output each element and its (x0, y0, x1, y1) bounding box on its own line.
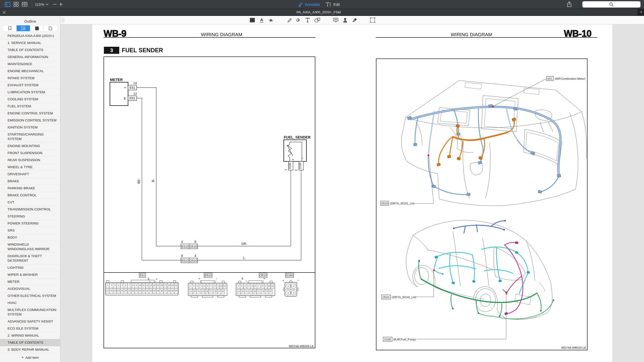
e51-anchor-dot (492, 106, 494, 107)
add-item-button[interactable]: +Add Item (0, 354, 60, 361)
outline-item[interactable]: ENGINE CONTROL SYSTEM (0, 110, 60, 117)
search-input[interactable] (582, 1, 640, 8)
outline-item[interactable]: REAR SUSPENSION (0, 157, 60, 164)
outline-item-label: SRS (8, 228, 15, 233)
signature-tool-button[interactable] (352, 17, 358, 23)
meter-pin1-connector: E51 (129, 86, 135, 89)
outline-item[interactable]: IGNITION SYSTEM (0, 124, 60, 131)
underline-tool-button[interactable]: A (259, 17, 265, 23)
outline-item[interactable]: GENERAL INFORMATION (0, 54, 60, 61)
stamp-tool-button[interactable] (342, 17, 348, 23)
svg-text:15: 15 (157, 284, 159, 286)
outline-item[interactable]: INTAKE SYSTEM (0, 75, 60, 82)
outline-item-label: MULTIPLEX COMMUNICATIONSYSTEM (8, 308, 56, 317)
outline-item[interactable]: 2. WIRING MANUAL (0, 332, 60, 339)
outline-item[interactable]: WIPER & WASHER (0, 271, 60, 278)
plus-icon (59, 3, 63, 6)
callout-e51: E51 (40P,Combination Meter) (494, 76, 585, 106)
sidebar-toggle-button[interactable] (5, 0, 11, 9)
outline-item[interactable]: ENGINE MOUNTING (0, 143, 60, 150)
tab-annotations[interactable]: A (30, 25, 44, 31)
outline-item-label: AUDIOVISUAL (8, 287, 30, 291)
outline-item[interactable]: MULTIPLEX COMMUNICATIONSYSTEM (0, 306, 60, 318)
tab-bookmarks[interactable] (3, 25, 17, 31)
outline-item[interactable]: ENGINE MECHANICAL (0, 68, 60, 75)
meter-label: METER (110, 78, 123, 82)
outline-item[interactable]: ADVANCED SAFETY ASSIST (0, 318, 60, 325)
pencil-tool-button[interactable] (287, 17, 293, 23)
outline-item[interactable]: DRIVESHAFT (0, 171, 60, 178)
select-tool-button[interactable] (370, 17, 376, 23)
outline-item[interactable]: STEERING (0, 213, 60, 220)
outline-item[interactable]: MAINTENANCE (0, 61, 60, 68)
outline-item-label: WINDSHIELDWINDOWGLASS /MIRROR (8, 242, 50, 251)
tab-outline[interactable] (17, 25, 30, 31)
outline-item[interactable]: EMISSION CONTROL SYSTEM (0, 117, 60, 124)
outline-item-label: BRAKE CONTROL (8, 193, 37, 198)
harness-location-figure: E51 (40P,Combination Meter) E510 (20P,To… (376, 58, 588, 350)
outline-item[interactable]: PERODUA AXIA A300 (2023+) (0, 32, 60, 39)
zoom-dropdown[interactable]: 115% (35, 0, 49, 9)
svg-text:6: 6 (255, 285, 256, 287)
outline-item[interactable]: FRONT SUSPENSION (0, 150, 60, 157)
outline-item[interactable]: TABLE OF CONTENTS (0, 339, 60, 346)
outline-item[interactable]: DOORLOCK & THEFTDETERRENT (0, 253, 60, 264)
tab-pages[interactable] (44, 25, 57, 31)
svg-text:28: 28 (132, 290, 134, 292)
outline-item[interactable]: LIGHTING (0, 264, 60, 271)
svg-text:4: 4 (201, 285, 202, 287)
svg-text:8: 8 (214, 285, 216, 287)
outline-item[interactable]: SRS (0, 227, 60, 234)
outline-item[interactable]: CVT (0, 199, 60, 206)
annotate-tab[interactable]: Annotate (298, 0, 320, 9)
outline-item[interactable]: PARKING BRAKE (0, 185, 60, 192)
outline-item[interactable]: WINDSHIELDWINDOWGLASS /MIRROR (0, 241, 60, 253)
outline-item[interactable]: METER (0, 278, 60, 285)
comment-tool-button[interactable] (333, 17, 339, 23)
highlight-tool-button[interactable]: A (249, 17, 255, 23)
eraser-tool-button[interactable] (296, 17, 302, 23)
outline-item[interactable]: BODY (0, 234, 60, 241)
outline-item[interactable]: COOLING SYSTEM (0, 96, 60, 103)
outline-item[interactable]: AUDIOVISUAL (0, 285, 60, 292)
outline-item[interactable]: OTHER ELECTRICAL SYSTEM (0, 292, 60, 299)
outline-item[interactable]: HVAC (0, 299, 60, 306)
svg-text:4: 4 (249, 285, 250, 287)
toolbar-drag-handle[interactable] (62, 18, 64, 22)
new-tab-button[interactable]: + (638, 9, 644, 15)
svg-text:13: 13 (242, 290, 244, 292)
strikethrough-tool-button[interactable]: A (268, 17, 274, 23)
outline-item[interactable]: BRAKE CONTROL (0, 192, 60, 199)
document-tab[interactable]: PA_AXIA_A300_2023+_FSM (0, 9, 637, 15)
outline-item-label: DRIVESHAFT (8, 172, 29, 176)
outline-item[interactable]: STARTING/CHARGINGSYSTEM (0, 131, 60, 143)
outline-item[interactable]: POWER STEERING (0, 220, 60, 227)
edit-tab[interactable]: Edit (326, 0, 340, 9)
outline-item-label: 1. SERVICE MANUAL (8, 41, 41, 45)
thumbnails-view-button[interactable] (13, 0, 19, 9)
text-tool-button[interactable] (305, 17, 311, 23)
outline-item[interactable]: 1. SERVICE MANUAL (0, 39, 60, 47)
edit-label: Edit (333, 2, 340, 7)
svg-text:5: 5 (252, 285, 253, 287)
outline-item[interactable]: FUEL SYSTEM (0, 103, 60, 110)
shapes-tool-button[interactable] (314, 17, 320, 23)
outline-item[interactable]: WHEEL & TYRE (0, 164, 60, 171)
outline-item[interactable]: TABLE OF CONTENTS (0, 47, 60, 54)
outline-item[interactable]: EXHAUST SYSTEM (0, 82, 60, 89)
outline-item[interactable]: 3. BODY REPAIR MANUAL (0, 346, 60, 353)
svg-text:6: 6 (207, 285, 208, 287)
reading-view-button[interactable] (22, 0, 28, 9)
svg-text:2: 2 (111, 284, 112, 286)
svg-text:O160: O160 (299, 163, 302, 169)
svg-text:4: 4 (118, 284, 119, 286)
outline-item[interactable]: ECO IDLE SYSTEM (0, 325, 60, 332)
pdf-page-spread[interactable]: WB-9 WIRING DIAGRAM 3 FUEL SENDER METER … (92, 24, 612, 362)
zoom-in-button[interactable] (58, 0, 64, 9)
outline-item[interactable]: LUBRICATION SYSTEM (0, 89, 60, 96)
svg-text:17: 17 (164, 284, 166, 286)
zoom-out-button[interactable] (52, 0, 58, 9)
share-button[interactable] (566, 0, 573, 9)
outline-item[interactable]: TRANSMISSION CONTROL (0, 206, 60, 213)
outline-item[interactable]: BRAKE (0, 178, 60, 185)
